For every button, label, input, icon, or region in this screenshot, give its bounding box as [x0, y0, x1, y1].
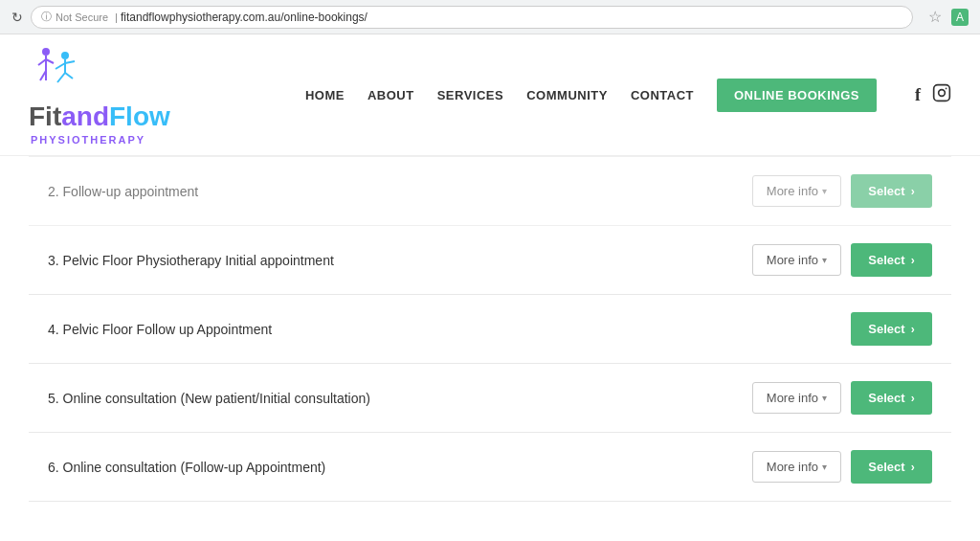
- booking-item-5: 5. Online consultation (New patient/Init…: [29, 364, 951, 433]
- booking-item-3-actions: More info ▾ Select ›: [752, 243, 932, 277]
- more-info-button-3[interactable]: More info ▾: [752, 244, 841, 276]
- facebook-icon[interactable]: f: [915, 85, 921, 105]
- booking-item-3-name: 3. Pelvic Floor Physiotherapy Initial ap…: [48, 253, 752, 268]
- reload-button[interactable]: ↻: [11, 10, 23, 25]
- booking-item-4: 4. Pelvic Floor Follow up Appointment Se…: [29, 295, 951, 364]
- navbar: Fit and Flow PHYSIOTHERAPY HOME ABOUT SE…: [0, 34, 980, 156]
- nav-home[interactable]: HOME: [305, 88, 345, 102]
- booking-item-2: 2. Follow-up appointment More info ▾ Sel…: [29, 156, 951, 226]
- svg-line-3: [46, 59, 54, 63]
- nav-links: HOME ABOUT SERVICES COMMUNITY CONTACT ON…: [305, 79, 951, 112]
- nav-community[interactable]: COMMUNITY: [526, 88, 608, 102]
- nav-services[interactable]: SERVICES: [437, 88, 504, 102]
- arrow-right-icon: ›: [911, 185, 915, 198]
- page-content: Fit and Flow PHYSIOTHERAPY HOME ABOUT SE…: [0, 34, 980, 502]
- chevron-down-icon: ▾: [822, 393, 827, 403]
- svg-point-13: [939, 89, 946, 96]
- select-button-4[interactable]: Select ›: [851, 312, 932, 346]
- extension-icon[interactable]: A: [951, 9, 969, 26]
- nav-about[interactable]: ABOUT: [368, 88, 414, 102]
- logo-flow: Flow: [109, 101, 170, 132]
- browser-action-icons: ☆ A: [928, 8, 969, 26]
- logo-text: Fit and Flow: [29, 101, 170, 132]
- social-icons: f: [915, 83, 951, 107]
- security-indicator: ⓘ Not Secure |: [41, 10, 121, 24]
- lock-icon: ⓘ: [41, 10, 52, 24]
- svg-point-14: [946, 87, 947, 89]
- booking-item-6-name: 6. Online consultation (Follow-up Appoin…: [48, 460, 752, 475]
- booking-item-2-actions: More info ▾ Select ›: [752, 174, 932, 208]
- more-info-button-2[interactable]: More info ▾: [752, 175, 841, 207]
- arrow-right-icon: ›: [911, 461, 915, 474]
- booking-item-5-actions: More info ▾ Select ›: [752, 381, 932, 415]
- chevron-down-icon: ▾: [822, 462, 827, 472]
- svg-line-2: [38, 59, 46, 65]
- svg-line-9: [65, 61, 75, 63]
- svg-point-6: [61, 52, 69, 59]
- instagram-icon[interactable]: [932, 83, 951, 107]
- chevron-down-icon: ▾: [822, 186, 827, 196]
- booking-item-6: 6. Online consultation (Follow-up Appoin…: [29, 433, 951, 502]
- select-button-3[interactable]: Select ›: [851, 243, 932, 277]
- more-info-button-5[interactable]: More info ▾: [752, 382, 841, 414]
- nav-contact[interactable]: CONTACT: [631, 88, 694, 102]
- logo-figures-svg: [29, 44, 81, 101]
- booking-item-2-name: 2. Follow-up appointment: [48, 184, 752, 199]
- booking-item-5-name: 5. Online consultation (New patient/Init…: [48, 391, 752, 406]
- not-secure-label: Not Secure: [56, 11, 108, 23]
- svg-line-8: [56, 63, 65, 69]
- booking-item-4-actions: Select ›: [851, 312, 932, 346]
- arrow-right-icon: ›: [911, 392, 915, 405]
- booking-item-3: 3. Pelvic Floor Physiotherapy Initial ap…: [29, 226, 951, 295]
- more-info-button-6[interactable]: More info ▾: [752, 451, 841, 483]
- url-text: fitandflowphysiotherapy.com.au/online-bo…: [121, 11, 368, 24]
- url-bar[interactable]: ⓘ Not Secure | fitandflowphysiotherapy.c…: [31, 6, 913, 29]
- arrow-right-icon: ›: [911, 323, 915, 336]
- logo-fit: Fit: [29, 101, 61, 132]
- booking-item-4-name: 4. Pelvic Floor Follow up Appointment: [48, 322, 851, 337]
- svg-line-11: [65, 73, 73, 79]
- svg-line-10: [57, 73, 65, 82]
- logo-and: and: [61, 101, 109, 132]
- logo[interactable]: Fit and Flow PHYSIOTHERAPY: [29, 44, 239, 146]
- logo-sub: PHYSIOTHERAPY: [29, 134, 145, 146]
- arrow-right-icon: ›: [911, 254, 915, 267]
- browser-chrome: ↻ ⓘ Not Secure | fitandflowphysiotherapy…: [0, 0, 980, 34]
- chevron-down-icon: ▾: [822, 255, 827, 265]
- nav-bookings-button[interactable]: ONLINE BOOKINGS: [717, 79, 877, 112]
- select-button-5[interactable]: Select ›: [851, 381, 932, 415]
- bookmark-icon[interactable]: ☆: [928, 8, 942, 26]
- booking-item-6-actions: More info ▾ Select ›: [752, 450, 932, 484]
- svg-point-0: [42, 48, 50, 56]
- svg-rect-12: [934, 84, 950, 101]
- booking-list: 2. Follow-up appointment More info ▾ Sel…: [0, 156, 980, 502]
- select-button-2[interactable]: Select ›: [851, 174, 932, 208]
- select-button-6[interactable]: Select ›: [851, 450, 932, 484]
